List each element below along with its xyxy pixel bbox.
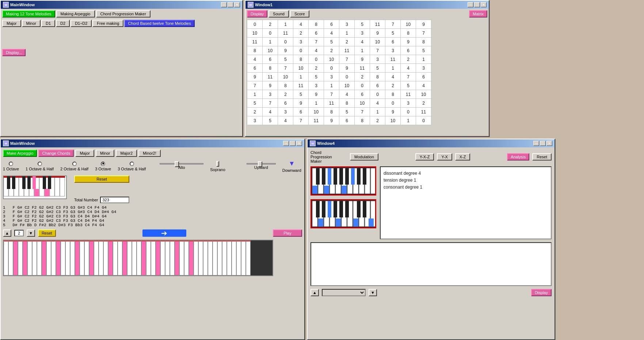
- piano-white-key[interactable]: [32, 240, 37, 275]
- subtab-major[interactable]: Major: [2, 20, 21, 27]
- alto-slider[interactable]: [160, 163, 203, 165]
- piano-white-key[interactable]: [236, 240, 241, 275]
- piano-white-key[interactable]: [89, 240, 94, 275]
- window1-titlebar[interactable]: W Window1 ─ □ ✕: [245, 1, 489, 9]
- piano-white-key[interactable]: [246, 240, 251, 275]
- minor-btn[interactable]: Minor: [96, 150, 115, 157]
- display-button[interactable]: Display...: [2, 49, 26, 56]
- tab-chord-progression[interactable]: Chord Progression Maker: [96, 10, 150, 18]
- piano-white-key[interactable]: [84, 240, 89, 275]
- piano-white-key[interactable]: [165, 240, 170, 275]
- octave-3h-radio[interactable]: [130, 162, 134, 166]
- major-btn[interactable]: Major: [75, 150, 94, 157]
- w1-matrix-btn[interactable]: Matrix: [469, 10, 487, 18]
- piano-white-key[interactable]: [51, 240, 56, 275]
- counter-down-btn[interactable]: ▼: [27, 229, 35, 237]
- piano-white-key[interactable]: [46, 240, 51, 275]
- piano-white-key[interactable]: [194, 240, 198, 275]
- piano-white-key[interactable]: [241, 240, 246, 275]
- total-number-input[interactable]: [100, 197, 129, 203]
- piano-white-key[interactable]: [127, 240, 132, 275]
- octave-2h-radio[interactable]: [72, 162, 77, 166]
- octave-3-radio[interactable]: [101, 162, 105, 166]
- piano-white-key[interactable]: [103, 240, 108, 275]
- subtab-d2[interactable]: D2: [56, 20, 70, 27]
- w4-minimize-button[interactable]: ─: [533, 141, 539, 146]
- tab-making-arpeggio[interactable]: Making Arpeggio: [56, 10, 95, 18]
- minimize-button[interactable]: ─: [221, 2, 227, 7]
- piano-white-key[interactable]: [222, 240, 227, 275]
- mb-minimize-button[interactable]: ─: [283, 141, 289, 146]
- subtab-d1d2[interactable]: D1÷D2: [71, 20, 92, 27]
- w1-sound-tab[interactable]: Sound: [268, 10, 289, 18]
- piano-white-key[interactable]: [56, 240, 61, 275]
- w4-select[interactable]: [322, 289, 366, 296]
- piano-white-key[interactable]: [75, 240, 80, 275]
- piano-white-key[interactable]: [151, 240, 156, 275]
- change-chords-btn[interactable]: Change Chords: [38, 150, 74, 157]
- w4-display-btn[interactable]: Display: [531, 289, 552, 296]
- piano-white-key[interactable]: [65, 240, 70, 275]
- upward-slider[interactable]: [247, 163, 276, 165]
- piano-white-key[interactable]: [18, 240, 23, 275]
- piano-white-key[interactable]: [8, 240, 13, 275]
- w1-maximize-button[interactable]: □: [474, 2, 480, 7]
- w1-display-tab[interactable]: Display: [247, 10, 267, 18]
- piano-white-key[interactable]: [175, 240, 179, 275]
- tab-making-12-tone[interactable]: Making 12 Tone Melodies: [2, 10, 55, 18]
- piano-white-key[interactable]: [94, 240, 99, 275]
- yx-btn[interactable]: Y-X: [437, 153, 452, 161]
- main-bottom-titlebar[interactable]: M MainWindow ─ □ ✕: [1, 139, 304, 147]
- piano-white-key[interactable]: [132, 240, 137, 275]
- piano-white-key[interactable]: [203, 240, 208, 275]
- subtab-free-making[interactable]: Free making: [92, 20, 123, 27]
- piano-white-key[interactable]: [198, 240, 203, 275]
- modulation-btn[interactable]: Modulation: [350, 153, 378, 161]
- piano-white-key[interactable]: [184, 240, 189, 275]
- piano-white-key[interactable]: [189, 240, 194, 275]
- analysis-btn[interactable]: Analysis: [507, 153, 529, 161]
- w4-reset-btn[interactable]: Reset: [532, 153, 552, 161]
- counter-up-btn[interactable]: ▲: [3, 229, 11, 237]
- piano-white-key[interactable]: [208, 240, 213, 275]
- subtab-d1[interactable]: D1: [41, 20, 55, 27]
- piano-white-key[interactable]: [227, 240, 232, 275]
- piano-white-key[interactable]: [118, 240, 122, 275]
- piano-white-key[interactable]: [232, 240, 236, 275]
- bottom-reset-btn[interactable]: Reset: [38, 229, 56, 237]
- piano-white-key[interactable]: [4, 240, 8, 275]
- w4-down-btn[interactable]: ▼: [369, 289, 377, 296]
- w1-score-tab[interactable]: Score: [290, 10, 309, 18]
- reset-btn[interactable]: Reset: [74, 175, 129, 183]
- piano-white-key[interactable]: [179, 240, 184, 275]
- w1-close-button[interactable]: ✕: [481, 2, 487, 7]
- piano-white-key[interactable]: [217, 240, 222, 275]
- subtab-chord-based[interactable]: Chord Based twelve Tone Melodies: [124, 20, 194, 27]
- subtab-minor[interactable]: Minor: [22, 20, 41, 27]
- piano-white-key[interactable]: [99, 240, 103, 275]
- major2-btn[interactable]: Major2: [116, 150, 137, 157]
- mb-close-button[interactable]: ✕: [296, 141, 302, 146]
- w4-maximize-button[interactable]: □: [540, 141, 546, 146]
- piano-white-key[interactable]: [146, 240, 151, 275]
- minor2-btn[interactable]: Minor2!: [138, 150, 161, 157]
- close-button[interactable]: ✕: [234, 2, 240, 7]
- make-arpeggio-btn[interactable]: Make Arpeggio: [3, 150, 37, 157]
- piano-white-key[interactable]: [137, 240, 141, 275]
- piano-white-key[interactable]: [23, 240, 27, 275]
- piano-white-key[interactable]: [42, 240, 46, 275]
- xz-btn[interactable]: X-Z: [455, 153, 470, 161]
- piano-white-key[interactable]: [160, 240, 165, 275]
- piano-white-key[interactable]: [108, 240, 113, 275]
- piano-white-key[interactable]: [122, 240, 127, 275]
- piano-white-key[interactable]: [37, 240, 42, 275]
- w4-titlebar[interactable]: W Window4 ─ □ ✕: [308, 139, 555, 147]
- w4-close-button[interactable]: ✕: [546, 141, 552, 146]
- mb-maximize-button[interactable]: □: [290, 141, 296, 146]
- octave-1h-radio[interactable]: [38, 162, 42, 166]
- octave-1-radio[interactable]: [9, 162, 13, 166]
- piano-white-key[interactable]: [170, 240, 175, 275]
- play-btn[interactable]: Play: [273, 229, 302, 237]
- yxz-btn[interactable]: Y-X-Z: [415, 153, 434, 161]
- maximize-button[interactable]: □: [228, 2, 233, 7]
